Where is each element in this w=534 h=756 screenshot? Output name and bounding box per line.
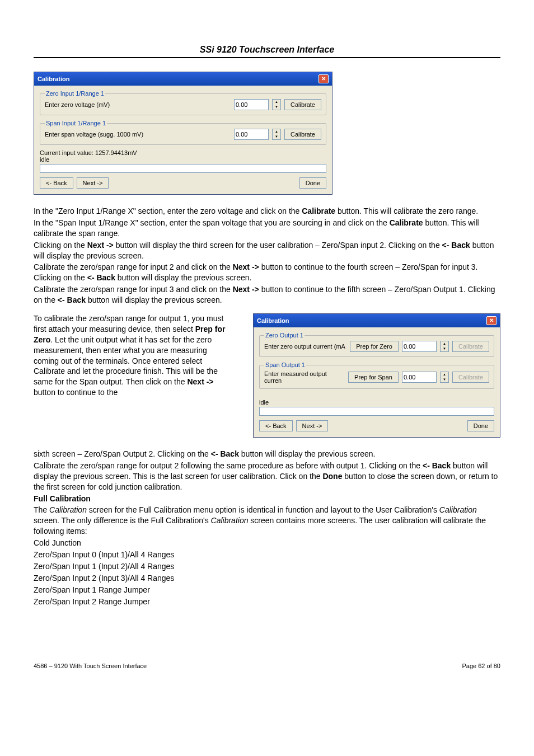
calibration-dialog-2: Calibration ✕ Zero Output 1 Enter zero o… [253, 313, 500, 438]
zero-output-stepper[interactable]: ▲ ▼ [440, 341, 449, 352]
text: Calibrate the zero/span range for output… [34, 461, 423, 470]
text-bold: Done [322, 472, 342, 481]
text: Clicking on the [34, 241, 87, 250]
zero-calibrate-button[interactable]: Calibrate [284, 99, 321, 110]
list-item: Cold Junction [34, 538, 500, 548]
list-item: Zero/Span Input 2 Range Jumper [34, 597, 500, 607]
text-bold: Next -> [187, 377, 213, 386]
text: Calibrate the zero/span range for input … [34, 262, 233, 271]
text: In the "Zero Input 1/Range X" section, e… [34, 206, 302, 215]
chevron-up-icon[interactable]: ▲ [441, 341, 448, 346]
chevron-up-icon[interactable]: ▲ [273, 129, 280, 134]
text: button to continue to the [34, 388, 118, 397]
text-bold: Next -> [233, 285, 259, 294]
chevron-down-icon[interactable]: ▼ [441, 377, 448, 382]
span-output-stepper[interactable]: ▲ ▼ [440, 372, 449, 383]
next-button[interactable]: Next -> [77, 177, 109, 189]
text-bold: Calibrate [302, 206, 335, 215]
text-bold: <- Back [442, 241, 470, 250]
text: In the "Span Input 1/Range X" section, e… [34, 218, 390, 227]
current-value-text: Current input value: 1257.94413mV [40, 149, 326, 156]
idle-text: idle [259, 399, 494, 406]
chevron-down-icon[interactable]: ▼ [273, 105, 280, 110]
next-button[interactable]: Next -> [296, 420, 329, 431]
idle-text: idle [40, 156, 326, 163]
list-item: Zero/Span Input 2 (Input 3)/All 4 Ranges [34, 573, 500, 584]
span-input-group: Span Input 1/Range 1 Enter span voltage … [40, 120, 326, 145]
zero-voltage-label: Enter zero voltage (mV) [45, 101, 231, 108]
text-bold: <- Back [423, 461, 451, 470]
page-title: SSi 9120 Touchscreen Interface [34, 45, 500, 58]
progress-bar [259, 407, 494, 416]
span-output-input[interactable] [402, 372, 437, 383]
body-text-2: sixth screen – Zero/Span Output 2. Click… [34, 449, 500, 492]
text-italic: Calibration [211, 516, 249, 525]
text-italic: Calibration [49, 505, 87, 514]
close-icon[interactable]: ✕ [486, 316, 496, 325]
span-output-group: Span Output 1 Enter measured output curr… [259, 361, 494, 389]
body-text-1: In the "Zero Input 1/Range X" section, e… [34, 206, 500, 306]
footer-left: 4586 – 9120 With Touch Screen Interface [34, 663, 147, 669]
text: button. This will calibrate the zero ran… [335, 206, 478, 215]
text-bold: Next -> [87, 241, 114, 250]
prep-for-zero-button[interactable]: Prep for Zero [350, 341, 399, 352]
full-calibration-heading: Full Calibration [34, 494, 500, 504]
text: The [34, 505, 49, 514]
chevron-down-icon[interactable]: ▼ [273, 134, 280, 139]
span-output-label: Enter measured output curren [264, 370, 345, 384]
zero-output-input[interactable] [402, 341, 437, 352]
text-bold: Calibrate [390, 218, 423, 227]
chevron-up-icon[interactable]: ▲ [273, 100, 280, 105]
text: button will display the previous screen. [239, 449, 376, 458]
text: button will display the previous screen. [86, 295, 222, 304]
back-button[interactable]: <- Back [40, 177, 73, 189]
done-button[interactable]: Done [467, 420, 494, 431]
text: screen. The only difference is the Full … [34, 516, 211, 525]
text-bold: <- Back [87, 273, 115, 282]
span-output-calibrate-button[interactable]: Calibrate [452, 372, 489, 383]
zero-input-legend: Zero Input 1/Range 1 [45, 90, 105, 97]
done-button[interactable]: Done [299, 177, 326, 189]
list-item: Zero/Span Input 0 (Input 1)/All 4 Ranges [34, 550, 500, 560]
calibration-dialog-1: Calibration ✕ Zero Input 1/Range 1 Enter… [34, 72, 332, 195]
dialog-title: Calibration [38, 76, 69, 82]
zero-voltage-input[interactable] [234, 99, 269, 110]
span-voltage-input[interactable] [234, 129, 269, 140]
left-column-text: To calibrate the zero/span range for out… [34, 313, 233, 399]
zero-output-label: Enter zero output current (mA [264, 343, 346, 350]
chevron-down-icon[interactable]: ▼ [441, 346, 448, 351]
footer-right: Page 62 of 80 [462, 663, 500, 669]
zero-output-legend: Zero Output 1 [264, 332, 305, 339]
span-input-legend: Span Input 1/Range 1 [45, 120, 107, 126]
text-italic: Calibration [439, 505, 477, 514]
back-button[interactable]: <- Back [259, 420, 293, 431]
span-voltage-stepper[interactable]: ▲ ▼ [272, 129, 281, 140]
text: sixth screen – Zero/Span Output 2. Click… [34, 449, 211, 458]
text: Calibrate the zero/span range for input … [34, 285, 233, 294]
span-output-legend: Span Output 1 [264, 361, 306, 368]
text-bold: Next -> [233, 262, 259, 271]
chevron-up-icon[interactable]: ▲ [441, 372, 448, 377]
full-calibration-paragraph: The Calibration screen for the Full Cali… [34, 505, 500, 537]
close-icon[interactable]: ✕ [318, 74, 329, 83]
zero-output-group: Zero Output 1 Enter zero output current … [259, 332, 494, 357]
zero-output-calibrate-button[interactable]: Calibrate [452, 341, 489, 352]
span-calibrate-button[interactable]: Calibrate [284, 129, 321, 140]
zero-input-group: Zero Input 1/Range 1 Enter zero voltage … [40, 90, 326, 115]
list-item: Zero/Span Input 1 (Input 2)/All 4 Ranges [34, 561, 500, 572]
text-bold: <- Back [211, 449, 239, 458]
zero-voltage-stepper[interactable]: ▲ ▼ [272, 99, 281, 110]
text: button will display the previous screen. [115, 273, 252, 282]
text: screen for the Full Calibration menu opt… [87, 505, 439, 514]
list-item: Zero/Span Input 1 Range Jumper [34, 585, 500, 595]
span-voltage-label: Enter span voltage (sugg. 1000 mV) [45, 131, 231, 138]
text-bold: <- Back [58, 295, 86, 304]
progress-bar [40, 164, 326, 173]
prep-for-span-button[interactable]: Prep for Span [348, 372, 399, 383]
dialog-title: Calibration [257, 317, 289, 324]
text: button will display the third screen for… [114, 241, 442, 250]
